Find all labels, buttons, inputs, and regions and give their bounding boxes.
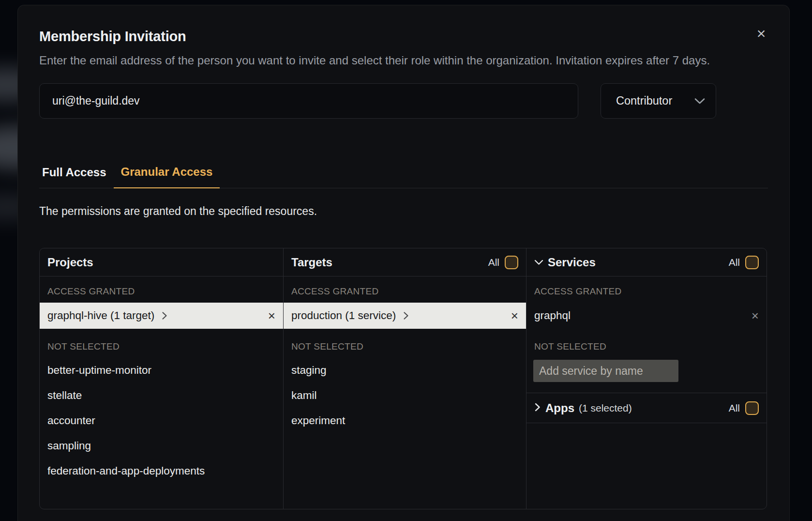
- projects-column-title: Projects: [47, 256, 93, 269]
- resource-access-table: Projects ACCESS GRANTED graphql-hive (1 …: [39, 248, 767, 509]
- project-list-item[interactable]: sampling: [40, 433, 283, 459]
- not-selected-label: NOT SELECTED: [40, 329, 283, 358]
- not-selected-label: NOT SELECTED: [284, 329, 526, 358]
- access-granted-label: ACCESS GRANTED: [40, 276, 283, 303]
- target-list-item[interactable]: kamil: [284, 383, 526, 408]
- chevron-right-icon: [162, 311, 167, 320]
- targets-column-title: Targets: [291, 256, 332, 269]
- remove-target-icon[interactable]: ×: [511, 309, 518, 322]
- targets-column-header: Targets All: [284, 248, 526, 276]
- role-select[interactable]: Contributor: [601, 83, 716, 119]
- services-column-title[interactable]: Services: [534, 256, 596, 269]
- targets-column: Targets All ACCESS GRANTED production (1…: [284, 248, 526, 509]
- apps-label: Apps: [545, 401, 574, 415]
- dialog-title: Membership Invitation: [39, 29, 768, 45]
- apps-row[interactable]: Apps (1 selected) All: [526, 393, 767, 423]
- invite-email-input[interactable]: [39, 83, 578, 119]
- project-list-item[interactable]: federation-and-app-deployments: [40, 459, 283, 484]
- close-icon[interactable]: ×: [752, 24, 771, 43]
- services-all-checkbox[interactable]: [745, 256, 759, 269]
- tab-granular-access[interactable]: Granular Access: [114, 165, 220, 188]
- role-select-value: Contributor: [616, 94, 672, 107]
- chevron-right-icon: [403, 311, 409, 320]
- tab-full-access[interactable]: Full Access: [39, 165, 114, 188]
- service-row-granted[interactable]: graphql ×: [526, 303, 767, 329]
- services-all-label: All: [729, 257, 740, 268]
- project-row-label: graphql-hive (1 target): [47, 309, 154, 322]
- not-selected-label: NOT SELECTED: [526, 329, 767, 358]
- target-list-item[interactable]: staging: [284, 358, 526, 383]
- apps-selected-count: (1 selected): [579, 402, 632, 414]
- invite-form-row: Contributor: [39, 83, 768, 119]
- services-select-all[interactable]: All: [729, 256, 759, 269]
- access-granted-label: ACCESS GRANTED: [284, 276, 526, 303]
- project-list-item[interactable]: better-uptime-monitor: [40, 358, 283, 383]
- add-service-input[interactable]: [533, 360, 678, 382]
- access-tabs: Full Access Granular Access: [39, 165, 768, 188]
- targets-select-all[interactable]: All: [488, 256, 518, 269]
- target-list-item[interactable]: experiment: [284, 408, 526, 433]
- apps-all-label: All: [729, 402, 740, 414]
- projects-column-header: Projects: [40, 248, 283, 276]
- dialog-description: Enter the email address of the person yo…: [39, 51, 768, 70]
- projects-column: Projects ACCESS GRANTED graphql-hive (1 …: [40, 248, 284, 509]
- project-list-item[interactable]: accounter: [40, 408, 283, 433]
- permissions-note: The permissions are granted on the speci…: [39, 205, 768, 218]
- remove-service-icon[interactable]: ×: [752, 309, 759, 322]
- project-row-selected[interactable]: graphql-hive (1 target) ×: [40, 303, 283, 329]
- targets-all-checkbox[interactable]: [505, 256, 518, 269]
- remove-project-icon[interactable]: ×: [268, 309, 275, 322]
- services-section: ACCESS GRANTED graphql × NOT SELECTED: [526, 276, 767, 393]
- apps-select-all[interactable]: All: [729, 401, 759, 415]
- target-row-label: production (1 service): [291, 309, 396, 322]
- target-row-selected[interactable]: production (1 service) ×: [284, 303, 526, 329]
- projects-not-selected-list: better-uptime-monitor stellate accounter…: [40, 358, 283, 484]
- service-row-label: graphql: [534, 309, 571, 322]
- services-column-header: Services All: [526, 248, 767, 276]
- membership-invitation-dialog: × Membership Invitation Enter the email …: [17, 5, 790, 521]
- access-granted-label: ACCESS GRANTED: [526, 276, 767, 303]
- targets-not-selected-list: staging kamil experiment: [284, 358, 526, 433]
- project-list-item[interactable]: stellate: [40, 383, 283, 408]
- chevron-right-icon: [534, 402, 541, 414]
- services-column: Services All ACCESS GRANTED graphql × NO…: [526, 248, 767, 509]
- apps-all-checkbox[interactable]: [745, 401, 759, 415]
- services-title-text: Services: [548, 256, 596, 269]
- targets-all-label: All: [488, 257, 499, 268]
- chevron-down-icon: [534, 260, 543, 265]
- chevron-down-icon: [694, 98, 705, 105]
